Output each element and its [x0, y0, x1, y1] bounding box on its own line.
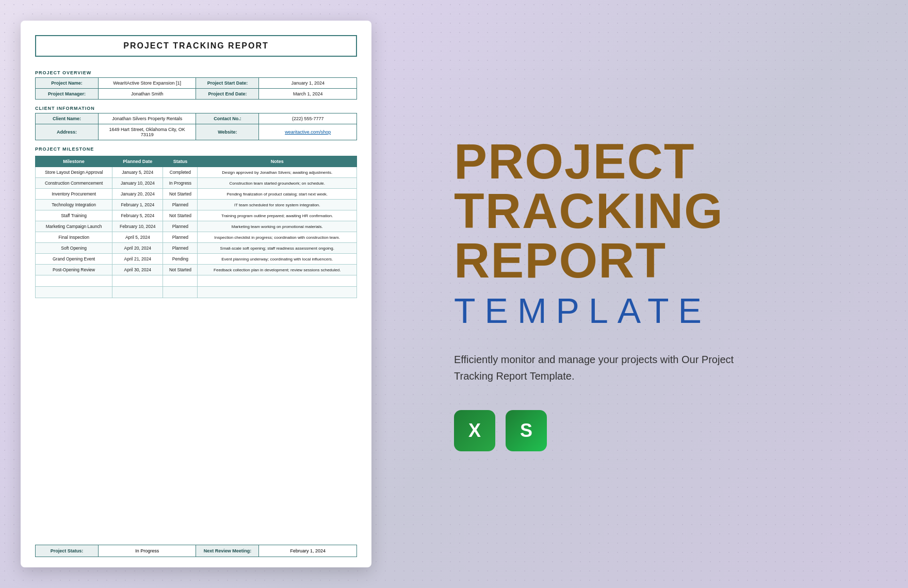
main-container: PROJECT TRACKING REPORT PROJECT OVERVIEW… [0, 0, 908, 588]
empty-cell [36, 287, 112, 298]
milestone-date: April 5, 2024 [112, 232, 163, 243]
project-manager-label: Project Manager: [36, 89, 99, 100]
empty-cell [36, 275, 112, 287]
excel-letter: X [468, 420, 481, 442]
milestone-status: Planned [163, 221, 198, 232]
empty-cell [198, 287, 357, 298]
client-address-value: 1649 Hart Street, Oklahoma City, OK 7311… [98, 124, 196, 140]
title-line2: TRACKING [454, 186, 856, 236]
project-manager-value: Jonathan Smith [98, 89, 196, 100]
milestone-date: February 10, 2024 [112, 221, 163, 232]
milestone-date: February 1, 2024 [112, 200, 163, 210]
project-name-label: Project Name: [36, 78, 99, 89]
milestone-date: January 20, 2024 [112, 189, 163, 200]
title-line3: REPORT [454, 236, 856, 285]
milestone-row: Soft Opening April 20, 2024 Planned Smal… [36, 243, 357, 254]
client-name-value: Jonathan Silvers Property Rentals [98, 113, 196, 124]
project-end-label: Project End Date: [196, 89, 259, 100]
sheets-icon: S [506, 410, 547, 451]
footer-status-value: In Progress [98, 545, 196, 557]
milestone-row-empty [36, 287, 357, 298]
sheets-letter: S [520, 420, 532, 442]
milestone-status: In Progress [163, 178, 198, 189]
milestone-status: Planned [163, 200, 198, 210]
milestone-table: Milestone Planned Date Status Notes Stor… [35, 156, 357, 298]
client-info-table: Client Name: Jonathan Silvers Property R… [35, 113, 357, 140]
milestone-notes: IT team scheduled for store system integ… [198, 200, 357, 210]
milestone-row: Final Inspection April 5, 2024 Planned I… [36, 232, 357, 243]
milestone-status: Planned [163, 232, 198, 243]
milestone-name: Inventory Procurement [36, 189, 112, 200]
client-info-label: CLIENT INFORMATION [35, 106, 357, 111]
milestone-date: April 30, 2024 [112, 265, 163, 275]
milestone-notes: Training program outline prepared; await… [198, 210, 357, 221]
doc-title-box: PROJECT TRACKING REPORT [35, 35, 357, 57]
milestone-row: Store Layout Design Approval January 5, … [36, 167, 357, 178]
milestone-status: Not Started [163, 189, 198, 200]
big-subtitle: TEMPLATE [454, 290, 856, 331]
milestone-date: January 10, 2024 [112, 178, 163, 189]
milestone-date: February 5, 2024 [112, 210, 163, 221]
milestone-name: Construction Commencement [36, 178, 112, 189]
milestone-name: Grand Opening Event [36, 254, 112, 265]
client-name-label: Client Name: [36, 113, 99, 124]
footer-review-label: Next Review Meeting: [196, 545, 259, 557]
milestone-status: Pending [163, 254, 198, 265]
milestone-row: Technology Integration February 1, 2024 … [36, 200, 357, 210]
milestone-name: Post-Opening Review [36, 265, 112, 275]
milestone-date: April 21, 2024 [112, 254, 163, 265]
milestone-row-empty [36, 275, 357, 287]
milestone-status: Planned [163, 243, 198, 254]
milestone-notes: Inspection checklist in progress; coordi… [198, 232, 357, 243]
milestone-name: Marketing Campaign Launch [36, 221, 112, 232]
milestone-label: PROJECT MILESTONE [35, 146, 357, 152]
footer-review-value: February 1, 2024 [259, 545, 357, 557]
milestone-name: Final Inspection [36, 232, 112, 243]
col-status: Status [163, 156, 198, 167]
icons-row: X S [454, 410, 856, 451]
project-overview-label: PROJECT OVERVIEW [35, 70, 357, 75]
milestone-notes: Feedback collection plan in development;… [198, 265, 357, 275]
client-contact-label: Contact No.: [196, 113, 259, 124]
col-milestone: Milestone [36, 156, 112, 167]
title-line1: PROJECT [454, 137, 856, 186]
excel-icon: X [454, 410, 495, 451]
milestone-status: Not Started [163, 265, 198, 275]
milestone-name: Staff Training [36, 210, 112, 221]
milestone-date: January 5, 2024 [112, 167, 163, 178]
milestone-date: April 20, 2024 [112, 243, 163, 254]
milestone-name: Technology Integration [36, 200, 112, 210]
empty-cell [163, 287, 198, 298]
milestone-name: Soft Opening [36, 243, 112, 254]
right-panel: PROJECT TRACKING REPORT TEMPLATE Efficie… [423, 21, 887, 567]
project-start-label: Project Start Date: [196, 78, 259, 89]
milestone-notes: Construction team started groundwork; on… [198, 178, 357, 189]
client-website-value[interactable]: wearitactive.com/shop [259, 124, 357, 140]
project-overview-table: Project Name: WearItActive Store Expansi… [35, 77, 357, 100]
project-end-value: March 1, 2024 [259, 89, 357, 100]
milestone-status: Completed [163, 167, 198, 178]
client-contact-value: (222) 555-7777 [259, 113, 357, 124]
col-notes: Notes [198, 156, 357, 167]
milestone-row: Staff Training February 5, 2024 Not Star… [36, 210, 357, 221]
milestone-row: Inventory Procurement January 20, 2024 N… [36, 189, 357, 200]
project-start-value: January 1, 2024 [259, 78, 357, 89]
milestone-name: Store Layout Design Approval [36, 167, 112, 178]
milestone-row: Grand Opening Event April 21, 2024 Pendi… [36, 254, 357, 265]
milestone-notes: Small-scale soft opening; staff readines… [198, 243, 357, 254]
empty-cell [163, 275, 198, 287]
empty-cell [112, 287, 163, 298]
empty-cell [112, 275, 163, 287]
footer-status-label: Project Status: [36, 545, 99, 557]
client-address-label: Address: [36, 124, 99, 140]
milestone-notes: Marketing team working on promotional ma… [198, 221, 357, 232]
client-website-label: Website: [196, 124, 259, 140]
milestone-status: Not Started [163, 210, 198, 221]
big-title: PROJECT TRACKING REPORT [454, 137, 856, 285]
milestone-row: Marketing Campaign Launch February 10, 2… [36, 221, 357, 232]
footer-table: Project Status: In Progress Next Review … [35, 545, 357, 557]
milestone-row: Post-Opening Review April 30, 2024 Not S… [36, 265, 357, 275]
col-planned-date: Planned Date [112, 156, 163, 167]
milestone-notes: Pending finalization of product catalog;… [198, 189, 357, 200]
milestone-row: Construction Commencement January 10, 20… [36, 178, 357, 189]
